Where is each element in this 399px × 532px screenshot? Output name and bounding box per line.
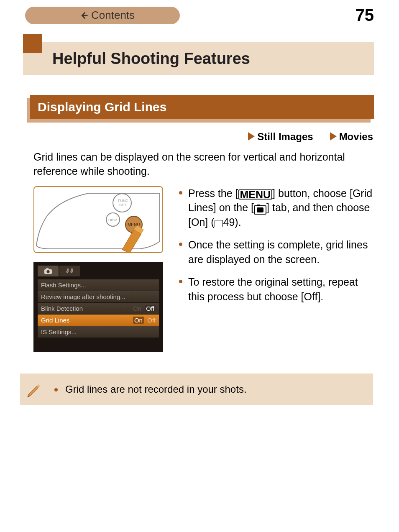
note-panel: Grid lines are not recorded in your shot… [20, 373, 373, 405]
svg-rect-9 [46, 268, 49, 270]
note-item: Grid lines are not recorded in your shot… [54, 384, 363, 395]
mode-indicators: Still Images Movies [0, 131, 373, 143]
camera-tab-icon [254, 205, 266, 215]
camera-illustration: FUNC SET DISP. MENU [33, 186, 163, 253]
triangle-icon [248, 132, 255, 141]
instruction-item: Once the setting is complete, grid lines… [179, 238, 373, 266]
instruction-item: To restore the original setting, repeat … [179, 275, 373, 304]
instruction-list: Press the [MENU] button, choose [Grid Li… [179, 186, 373, 352]
mode-still-images: Still Images [248, 131, 313, 143]
camera-icon [44, 268, 52, 274]
wrench-icon [66, 268, 74, 274]
subsection-header: Displaying Grid Lines [30, 95, 374, 119]
menu-button-icon: MENU [238, 189, 273, 200]
contents-label: Contents [91, 9, 135, 22]
svg-text:SET: SET [119, 203, 127, 207]
svg-text:FUNC: FUNC [118, 199, 128, 203]
svg-text:DISP.: DISP. [108, 218, 118, 222]
arrow-left-icon [79, 11, 89, 20]
lcd-row-is: IS Settings... [38, 326, 159, 338]
svg-point-10 [47, 270, 50, 273]
pencil-icon [25, 381, 42, 398]
lcd-tab-tools [59, 266, 80, 276]
lcd-tab-camera [38, 266, 59, 276]
instruction-item: Press the [MENU] button, choose [Grid Li… [179, 186, 373, 230]
page-ref-icon [215, 220, 223, 227]
lcd-row-review: Review image after shooting... [38, 291, 159, 302]
triangle-icon [330, 132, 337, 141]
section-header: Helpful Shooting Features [23, 42, 374, 75]
contents-button[interactable]: Contents [25, 7, 180, 24]
intro-paragraph: Grid lines can be displayed on the scree… [33, 150, 373, 179]
lcd-row-gridlines: Grid Lines On Off [38, 314, 159, 326]
section-title: Helpful Shooting Features [52, 50, 250, 68]
lcd-row-flash: Flash Settings... [38, 279, 159, 291]
subsection-title: Displaying Grid Lines [30, 95, 374, 119]
section-marker-icon [23, 34, 42, 53]
mode-movies: Movies [330, 131, 373, 143]
camera-menu-screenshot: Flash Settings... Review image after sho… [33, 262, 163, 352]
lcd-row-blink: Blink Detection On Off [38, 302, 159, 314]
page-number: 75 [356, 6, 374, 25]
